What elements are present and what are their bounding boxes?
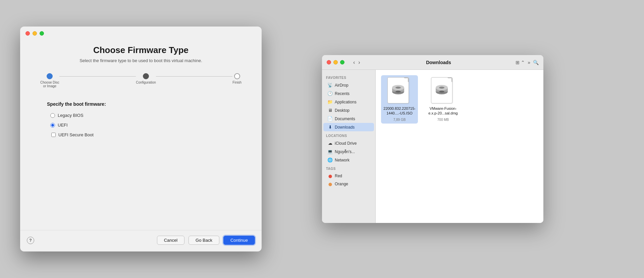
finder-minimize-button[interactable] bbox=[333, 60, 338, 64]
svg-point-9 bbox=[439, 91, 444, 93]
icloud-label: iCloud Drive bbox=[335, 141, 357, 146]
recents-label: Recents bbox=[335, 91, 350, 96]
file-2-name: VMware-Fusion-e.x.p-20...sal.dmg bbox=[427, 106, 460, 116]
icloud-icon: ☁ bbox=[327, 141, 333, 146]
desktop-label: Desktop bbox=[335, 108, 350, 113]
tag-red-label: Red bbox=[335, 174, 342, 178]
applications-label: Applications bbox=[335, 100, 357, 104]
tag-orange-label: Orange bbox=[335, 182, 348, 186]
finder-maximize-button[interactable] bbox=[340, 60, 344, 64]
svg-point-3 bbox=[395, 87, 401, 89]
finder-back-button[interactable]: ‹ bbox=[352, 59, 356, 66]
dialog-titlebar bbox=[20, 27, 262, 36]
step-2-circle bbox=[143, 73, 149, 79]
close-button[interactable] bbox=[25, 31, 30, 36]
finder-sidebar: Favorites 📡 AirDrop 🕐 Recents 📁 Applicat… bbox=[322, 70, 376, 223]
progress-line-1 bbox=[59, 76, 136, 77]
uefi-secure-label: UEFI Secure Boot bbox=[58, 132, 94, 137]
section-label: Specify the boot firmware: bbox=[47, 101, 235, 107]
uefi-radio[interactable] bbox=[50, 123, 55, 128]
uefi-secure-checkbox[interactable] bbox=[51, 133, 56, 137]
file-2-icon-fold bbox=[447, 78, 452, 82]
step-3-circle bbox=[234, 73, 240, 79]
file-1-name: 22000.832.220715-1440....-US.ISO bbox=[383, 106, 416, 116]
sidebar-item-network[interactable]: 🌐 Network bbox=[323, 156, 374, 164]
dialog-body: Specify the boot firmware: Legacy BIOS U… bbox=[20, 91, 262, 230]
step-2-label: Configuration bbox=[136, 81, 156, 84]
file-1-icon bbox=[387, 77, 412, 104]
finder-content: 22000.832.220715-1440....-US.ISO 7,89 GB bbox=[376, 70, 543, 223]
downloads-label: Downloads bbox=[335, 125, 355, 130]
finder-view-button[interactable]: ⊞ ⌃ bbox=[516, 60, 525, 65]
dialog-header: Choose Firmware Type Select the firmware… bbox=[20, 36, 262, 66]
finder-window: ‹ › Downloads ⊞ ⌃ » 🔍 Favorites 📡 AirDro… bbox=[322, 55, 543, 223]
documents-icon: 📄 bbox=[327, 116, 333, 121]
finder-title: Downloads bbox=[364, 60, 513, 65]
uefi-label: UEFI bbox=[58, 123, 68, 128]
svg-point-4 bbox=[395, 91, 401, 93]
go-back-button[interactable]: Go Back bbox=[189, 236, 219, 245]
file-1-size: 7,89 GB bbox=[393, 118, 406, 122]
file-item-1[interactable]: 22000.832.220715-1440....-US.ISO 7,89 GB bbox=[381, 75, 418, 124]
finder-body: Favorites 📡 AirDrop 🕐 Recents 📁 Applicat… bbox=[322, 70, 543, 223]
continue-button[interactable]: Continue bbox=[223, 236, 255, 245]
footer-buttons: Cancel Go Back Continue bbox=[157, 236, 255, 245]
step-1-circle bbox=[47, 73, 53, 79]
sidebar-item-downloads[interactable]: ⬇ Downloads bbox=[323, 123, 374, 131]
nguyen-label: Nguyễn's... bbox=[335, 149, 355, 154]
finder-nav: ‹ › bbox=[352, 59, 362, 66]
locations-label: Locations bbox=[322, 131, 375, 139]
option-legacy-bios[interactable]: Legacy BIOS bbox=[50, 113, 235, 118]
minimize-button[interactable] bbox=[33, 31, 37, 36]
disk-image-icon-2 bbox=[434, 83, 449, 98]
legacy-bios-label: Legacy BIOS bbox=[58, 113, 84, 118]
sidebar-item-recents[interactable]: 🕐 Recents bbox=[323, 89, 374, 98]
option-uefi[interactable]: UEFI bbox=[50, 123, 235, 128]
downloads-icon: ⬇ bbox=[327, 125, 333, 130]
step-2: Configuration bbox=[136, 73, 156, 84]
file-item-2[interactable]: VMware-Fusion-e.x.p-20...sal.dmg 700 MB bbox=[425, 75, 462, 124]
file-2-icon-body bbox=[431, 77, 452, 103]
finder-traffic-lights bbox=[327, 60, 344, 64]
sidebar-item-tag-orange[interactable]: ⬤ Orange bbox=[323, 180, 374, 188]
tag-orange-icon: ⬤ bbox=[327, 182, 333, 186]
file-2-icon bbox=[431, 77, 455, 104]
option-uefi-secure[interactable]: UEFI Secure Boot bbox=[50, 132, 235, 137]
radio-group: Legacy BIOS UEFI UEFI Secure Boot bbox=[47, 113, 235, 137]
finder-titlebar: ‹ › Downloads ⊞ ⌃ » 🔍 bbox=[322, 55, 543, 70]
airdrop-label: AirDrop bbox=[335, 83, 348, 88]
sidebar-item-nguyen[interactable]: 💻 Nguyễn's... bbox=[323, 147, 374, 156]
dialog-title: Choose Firmware Type bbox=[34, 45, 248, 55]
documents-label: Documents bbox=[335, 117, 355, 121]
help-button[interactable]: ? bbox=[27, 237, 34, 244]
sidebar-item-desktop[interactable]: 🖥 Desktop bbox=[323, 106, 374, 114]
desktop-icon: 🖥 bbox=[327, 108, 333, 113]
file-2-size: 700 MB bbox=[437, 118, 449, 122]
sidebar-item-airdrop[interactable]: 📡 AirDrop bbox=[323, 81, 374, 89]
sidebar-item-documents[interactable]: 📄 Documents bbox=[323, 114, 374, 123]
progress-bar: Choose Discor Image Configuration Finish bbox=[20, 66, 262, 91]
firmware-dialog: Choose Firmware Type Select the firmware… bbox=[20, 27, 262, 251]
file-1-icon-body bbox=[387, 77, 409, 103]
finder-toolbar-right: ⊞ ⌃ » 🔍 bbox=[516, 60, 539, 65]
recents-icon: 🕐 bbox=[327, 91, 333, 96]
svg-point-8 bbox=[439, 87, 444, 89]
finder-search-button[interactable]: 🔍 bbox=[533, 60, 539, 65]
step-3-label: Finish bbox=[232, 81, 241, 84]
legacy-bios-radio[interactable] bbox=[50, 113, 55, 118]
airdrop-icon: 📡 bbox=[327, 83, 333, 88]
finder-close-button[interactable] bbox=[327, 60, 331, 64]
dialog-subtitle: Select the firmware type to be used to b… bbox=[34, 58, 248, 63]
network-icon: 🌐 bbox=[327, 157, 333, 163]
finder-more-button[interactable]: » bbox=[528, 60, 530, 65]
finder-forward-button[interactable]: › bbox=[357, 59, 361, 66]
favorites-label: Favorites bbox=[322, 73, 375, 81]
sidebar-item-applications[interactable]: 📁 Applications bbox=[323, 98, 374, 106]
tag-red-icon: ⬤ bbox=[327, 174, 333, 178]
maximize-button[interactable] bbox=[40, 31, 44, 36]
cancel-button[interactable]: Cancel bbox=[157, 236, 184, 245]
disk-image-icon-1 bbox=[391, 83, 406, 98]
sidebar-item-tag-red[interactable]: ⬤ Red bbox=[323, 172, 374, 180]
sidebar-item-icloud[interactable]: ☁ iCloud Drive bbox=[323, 139, 374, 147]
tags-label: Tags bbox=[322, 164, 375, 172]
